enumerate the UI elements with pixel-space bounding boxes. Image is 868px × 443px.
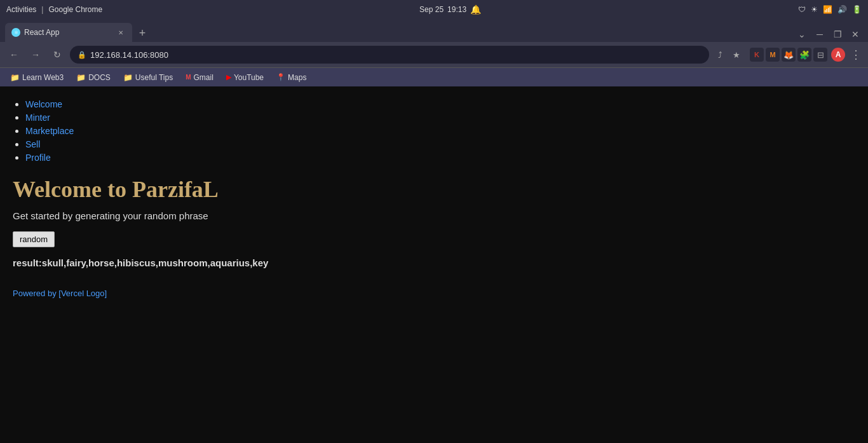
wifi-icon: 📶 <box>823 5 832 14</box>
os-center: Sep 25 19:13 🔔 <box>419 4 481 15</box>
bookmark-learn-web3-label: Learn Web3 <box>22 73 64 82</box>
bell-icon: 🔔 <box>470 4 481 15</box>
tab-close-button[interactable]: ✕ <box>116 27 126 37</box>
page-content: Welcome Minter Marketplace Sell Profile … <box>0 86 868 443</box>
nav-link-profile[interactable]: Profile <box>25 153 51 163</box>
nav-item-minter[interactable]: Minter <box>25 112 855 123</box>
os-date: Sep 25 <box>419 5 444 14</box>
forward-button[interactable]: → <box>27 46 44 64</box>
bookmark-gmail[interactable]: M Gmail <box>180 72 219 83</box>
folder-icon: 📁 <box>76 73 86 82</box>
nav-item-welcome[interactable]: Welcome <box>25 99 855 110</box>
tab-bar-controls: ⌄ ─ ❐ ✕ <box>794 27 863 42</box>
youtube-icon: ▶ <box>226 73 231 81</box>
nav-link-welcome[interactable]: Welcome <box>25 99 62 109</box>
reload-button[interactable]: ↻ <box>48 46 66 64</box>
bookmark-useful-tips-label: Useful Tips <box>135 73 173 82</box>
os-left: Activities | Google Chrome <box>6 5 102 14</box>
restore-icon[interactable]: ❐ <box>830 27 845 42</box>
nav-item-profile[interactable]: Profile <box>25 152 855 163</box>
extension-icons: K M 🦊 🧩 ⊟ <box>750 48 827 62</box>
browser-tab-react[interactable]: ⚛ React App ✕ <box>5 23 132 42</box>
welcome-heading: Welcome to ParzifaL <box>13 176 855 203</box>
share-icon[interactable]: ⤴ <box>713 48 727 62</box>
user-avatar[interactable]: A <box>831 48 845 62</box>
ext-icon-1[interactable]: K <box>750 48 764 62</box>
os-time: 19:13 <box>447 5 466 14</box>
address-input-wrap[interactable]: 🔒 192.168.14.106:8080 <box>70 46 709 64</box>
vercel-logo: [Vercel Logo] <box>58 289 107 298</box>
battery-icon: 🔋 <box>852 5 862 14</box>
bookmark-learn-web3[interactable]: 📁 Learn Web3 <box>5 72 69 83</box>
ext-icon-2[interactable]: M <box>766 48 780 62</box>
result-text: result:skull,fairy,horse,hibiscus,mushro… <box>13 257 855 268</box>
browser-label: Google Chrome <box>48 5 102 14</box>
lock-icon: 🔒 <box>78 51 86 59</box>
bookmark-youtube[interactable]: ▶ YouTube <box>221 72 269 83</box>
bookmarks-bar: 📁 Learn Web3 📁 DOCS 📁 Useful Tips M Gmai… <box>0 67 868 86</box>
bookmark-star-icon[interactable]: ★ <box>729 48 743 62</box>
tab-list-icon[interactable]: ⌄ <box>794 27 810 42</box>
gmail-icon: M <box>186 74 191 81</box>
bookmark-maps[interactable]: 📍 Maps <box>271 72 311 83</box>
address-text: 192.168.14.106:8080 <box>90 50 702 60</box>
bookmark-docs[interactable]: 📁 DOCS <box>71 72 116 83</box>
folder-icon: 📁 <box>123 73 133 82</box>
folder-icon: 📁 <box>10 73 20 82</box>
ext-icon-3[interactable]: 🦊 <box>782 48 796 62</box>
subtitle-text: Get started by generating your random ph… <box>13 210 855 221</box>
tab-bar: ⚛ React App ✕ + ⌄ ─ ❐ ✕ <box>0 19 868 42</box>
minimize-icon[interactable]: ─ <box>812 27 827 42</box>
bookmark-useful-tips[interactable]: 📁 Useful Tips <box>118 72 178 83</box>
activities-label[interactable]: Activities <box>6 5 36 14</box>
bookmark-gmail-label: Gmail <box>194 73 214 82</box>
nav-item-sell[interactable]: Sell <box>25 139 855 150</box>
ext-icon-puzzle[interactable]: 🧩 <box>797 48 811 62</box>
os-topbar: Activities | Google Chrome Sep 25 19:13 … <box>0 0 868 19</box>
powered-by-label: Powered by <box>13 289 57 298</box>
volume-icon: 🔊 <box>837 5 847 14</box>
random-button[interactable]: random <box>13 231 55 247</box>
nav-links: Welcome Minter Marketplace Sell Profile <box>13 99 855 163</box>
nav-link-marketplace[interactable]: Marketplace <box>25 126 74 136</box>
powered-by: Powered by [Vercel Logo] <box>13 287 855 299</box>
bookmark-docs-label: DOCS <box>88 73 111 82</box>
bookmark-maps-label: Maps <box>288 73 306 82</box>
maps-icon: 📍 <box>276 73 285 81</box>
menu-icon[interactable]: ⋮ <box>849 48 863 62</box>
os-right: 🛡 ☀ 📶 🔊 🔋 <box>798 5 862 14</box>
sidebar-toggle-icon[interactable]: ⊟ <box>813 48 827 62</box>
shield-icon: 🛡 <box>798 5 806 14</box>
tab-favicon: ⚛ <box>11 28 20 37</box>
browser-frame: ⚛ React App ✕ + ⌄ ─ ❐ ✕ ← → ↻ 🔒 192.168.… <box>0 19 868 86</box>
new-tab-button[interactable]: + <box>133 24 151 42</box>
address-bar: ← → ↻ 🔒 192.168.14.106:8080 ⤴ ★ K M 🦊 🧩 … <box>0 42 868 67</box>
nav-item-marketplace[interactable]: Marketplace <box>25 125 855 137</box>
back-button[interactable]: ← <box>5 46 23 64</box>
address-bar-actions: ⤴ ★ <box>713 48 743 62</box>
powered-by-link[interactable]: Powered by [Vercel Logo] <box>13 289 107 298</box>
nav-link-minter[interactable]: Minter <box>25 112 50 123</box>
window-close-icon[interactable]: ✕ <box>848 27 863 42</box>
nav-link-sell[interactable]: Sell <box>25 139 40 149</box>
brightness-icon: ☀ <box>811 5 818 14</box>
bookmark-youtube-label: YouTube <box>234 73 264 82</box>
tab-title: React App <box>24 28 112 37</box>
